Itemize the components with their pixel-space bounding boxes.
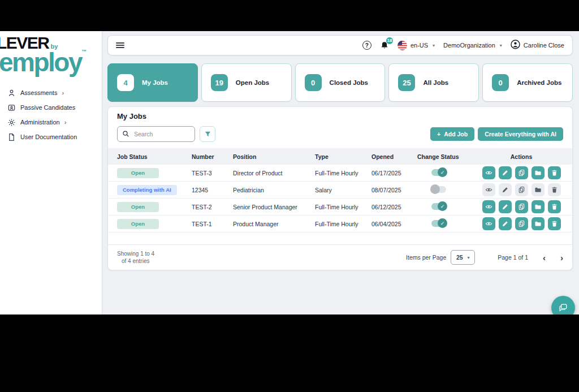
view-button[interactable] xyxy=(482,166,495,179)
edit-button[interactable] xyxy=(499,217,512,230)
previous-page-button[interactable]: ‹ xyxy=(543,253,546,262)
showing-entries-text: Showing 1 to 4 of 4 entries xyxy=(117,250,154,265)
eye-icon xyxy=(485,186,492,193)
logo-text-employ: employ™ xyxy=(0,49,102,75)
copy-icon xyxy=(518,186,525,193)
delete-button[interactable] xyxy=(548,183,561,196)
copy-button[interactable] xyxy=(515,200,528,213)
status-toggle[interactable]: ✓ xyxy=(431,220,446,227)
edit-button[interactable] xyxy=(499,183,512,196)
trash-icon xyxy=(551,186,558,193)
filter-button[interactable] xyxy=(200,126,215,142)
page-info: Page 1 of 1 xyxy=(498,254,528,261)
chevron-down-icon: ▾ xyxy=(500,43,502,48)
folder-button[interactable] xyxy=(532,217,545,230)
job-tab[interactable]: 25 All Jobs xyxy=(388,63,479,102)
create-everything-with-ai-button[interactable]: Create Everything with AI xyxy=(478,127,563,141)
folder-icon xyxy=(534,186,542,193)
my-jobs-panel: My Jobs + Add Job Create Everything with… xyxy=(107,106,573,270)
folder-button[interactable] xyxy=(532,166,545,179)
copy-button[interactable] xyxy=(515,183,528,196)
locale-selector[interactable]: en-US ▾ xyxy=(397,41,435,50)
status-badge: Open xyxy=(117,202,159,212)
help-icon[interactable]: ? xyxy=(362,41,371,50)
next-page-button[interactable]: › xyxy=(560,253,563,262)
sidebar-item-administration[interactable]: Administration › xyxy=(0,115,102,130)
menu-icon[interactable] xyxy=(116,42,124,49)
opened-cell: 06/04/2025 xyxy=(371,221,417,227)
job-tab[interactable]: 0 Closed Jobs xyxy=(295,63,386,102)
position-cell: Pediatrician xyxy=(233,187,315,193)
tab-label: Open Jobs xyxy=(236,79,269,86)
trash-icon xyxy=(551,169,558,176)
tab-count-badge: 0 xyxy=(492,74,509,91)
delete-button[interactable] xyxy=(548,166,561,179)
items-per-page-label: Items per Page xyxy=(406,254,446,261)
copy-button[interactable] xyxy=(515,166,528,179)
job-number-cell: TEST-2 xyxy=(192,204,233,210)
job-tab[interactable]: 0 Archived Jobs xyxy=(482,63,573,102)
sidebar-item-user-documentation[interactable]: User Documentation xyxy=(0,130,102,144)
column-header-actions: Actions xyxy=(479,153,563,160)
position-cell: Product Manager xyxy=(233,221,315,227)
app-window: LEVERby employ™ Assessments › Passive Ca… xyxy=(0,31,579,315)
sidebar-item-label: Assessments xyxy=(20,89,57,96)
chat-widget-button[interactable] xyxy=(551,296,575,315)
sidebar: LEVERby employ™ Assessments › Passive Ca… xyxy=(0,31,102,315)
topbar: ? 18 en-US ▾ xyxy=(107,35,573,55)
pencil-icon xyxy=(502,169,509,176)
folder-icon xyxy=(534,169,542,176)
items-per-page-select[interactable]: 25 ▾ xyxy=(451,250,475,265)
status-badge: Completing with AI xyxy=(117,185,177,195)
sidebar-item-label: Passive Candidates xyxy=(20,104,75,111)
trash-icon xyxy=(551,203,558,210)
table-body: Open TEST-3 Director of Product Full-Tim… xyxy=(108,165,572,232)
folder-button[interactable] xyxy=(532,200,545,213)
row-actions xyxy=(479,200,563,213)
view-button[interactable] xyxy=(482,200,495,213)
folder-icon xyxy=(534,220,542,227)
chat-icon xyxy=(558,302,569,313)
table-row: Completing with AI 12345 Pediatrician Sa… xyxy=(108,182,572,199)
table-row: Open TEST-1 Product Manager Full-Time Ho… xyxy=(108,216,572,232)
sidebar-item-passive-candidates[interactable]: Passive Candidates xyxy=(0,100,102,115)
plus-icon: + xyxy=(437,131,440,137)
status-toggle[interactable]: ✓ xyxy=(431,169,446,176)
view-button[interactable] xyxy=(482,183,495,196)
gear-icon xyxy=(7,118,16,127)
edit-button[interactable] xyxy=(499,200,512,213)
job-tab[interactable]: 19 Open Jobs xyxy=(201,63,292,102)
sidebar-item-assessments[interactable]: Assessments › xyxy=(0,85,102,100)
person-icon xyxy=(7,89,16,97)
position-cell: Senior Product Manager xyxy=(233,204,315,210)
notifications-bell-icon[interactable]: 18 xyxy=(380,41,389,50)
tab-label: My Jobs xyxy=(142,79,168,86)
table-row: Open TEST-3 Director of Product Full-Tim… xyxy=(108,165,572,182)
delete-button[interactable] xyxy=(548,200,561,213)
chevron-down-icon: ▾ xyxy=(468,255,470,260)
edit-button[interactable] xyxy=(499,166,512,179)
copy-button[interactable] xyxy=(515,217,528,230)
eye-icon xyxy=(485,169,492,176)
avatar-icon xyxy=(511,40,520,51)
opened-cell: 08/07/2025 xyxy=(371,187,417,193)
tab-label: Archived Jobs xyxy=(517,79,561,86)
job-number-cell: 12345 xyxy=(192,187,233,193)
type-cell: Full-Time Hourly xyxy=(315,221,371,227)
delete-button[interactable] xyxy=(548,217,561,230)
view-button[interactable] xyxy=(482,217,495,230)
organization-selector[interactable]: DemoOrganization ▾ xyxy=(443,42,502,49)
user-name: Caroline Close xyxy=(524,42,564,49)
user-menu[interactable]: Caroline Close xyxy=(511,40,564,51)
add-job-button[interactable]: + Add Job xyxy=(430,127,474,141)
job-tab[interactable]: 4 My Jobs xyxy=(107,63,198,102)
chevron-down-icon: ▾ xyxy=(433,43,435,48)
column-header-type: Type xyxy=(315,153,371,160)
tab-count-badge: 4 xyxy=(117,74,134,91)
folder-button[interactable] xyxy=(532,183,545,196)
status-toggle[interactable]: ✓ xyxy=(431,203,446,210)
status-toggle[interactable]: ✓ xyxy=(431,186,446,193)
table-footer: Showing 1 to 4 of 4 entries Items per Pa… xyxy=(108,244,572,270)
job-number-cell: TEST-3 xyxy=(192,170,233,176)
row-actions xyxy=(479,183,563,196)
